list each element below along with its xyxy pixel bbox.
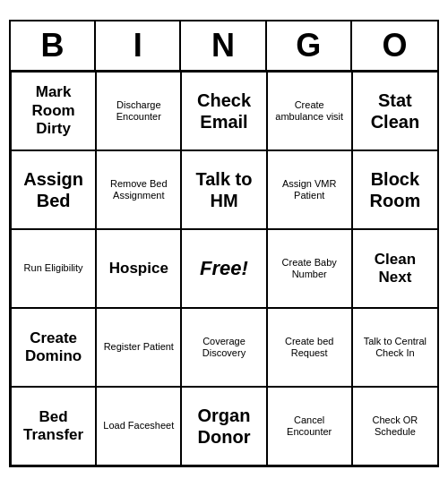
bingo-cell-text-0: Mark Room Dirty <box>15 83 91 138</box>
bingo-cell-text-16: Register Patient <box>104 341 174 353</box>
bingo-cell-text-4: Stat Clean <box>357 90 434 132</box>
bingo-cell-20: Bed Transfer <box>11 387 96 466</box>
bingo-card: BINGO Mark Room DirtyDischarge Encounter… <box>9 20 439 467</box>
bingo-cell-text-18: Create bed Request <box>271 336 348 359</box>
bingo-cell-21: Load Facesheet <box>96 387 181 466</box>
bingo-cell-text-3: Create ambulance visit <box>271 99 348 123</box>
bingo-cell-text-22: Organ Donor <box>185 405 262 448</box>
bingo-cell-24: Check OR Schedule <box>352 387 437 466</box>
bingo-cell-text-7: Talk to HM <box>185 168 262 211</box>
bingo-cell-1: Discharge Encounter <box>96 72 181 150</box>
bingo-cell-2: Check Email <box>181 72 266 150</box>
bingo-cell-text-1: Discharge Encounter <box>100 99 177 123</box>
bingo-header: BINGO <box>11 21 437 72</box>
bingo-cell-text-17: Coverage Discovery <box>185 336 262 359</box>
bingo-cell-19: Talk to Central Check In <box>352 308 437 387</box>
bingo-cell-6: Remove Bed Assignment <box>96 150 181 229</box>
bingo-cell-13: Create Baby Number <box>267 229 352 308</box>
bingo-cell-text-6: Remove Bed Assignment <box>100 178 177 201</box>
bingo-cell-23: Cancel Encounter <box>267 387 352 466</box>
bingo-cell-17: Coverage Discovery <box>181 308 266 387</box>
bingo-cell-text-23: Cancel Encounter <box>271 414 348 438</box>
bingo-cell-11: Hospice <box>96 229 181 308</box>
bingo-cell-16: Register Patient <box>96 308 181 387</box>
bingo-cell-text-8: Assign VMR Patient <box>271 178 348 201</box>
bingo-cell-text-12: Free! <box>200 257 248 280</box>
bingo-cell-text-15: Create Domino <box>15 329 91 366</box>
bingo-cell-15: Create Domino <box>11 308 96 387</box>
bingo-cell-text-10: Run Eligibility <box>24 262 83 274</box>
bingo-grid: Mark Room DirtyDischarge EncounterCheck … <box>11 72 437 466</box>
bingo-cell-22: Organ Donor <box>181 387 266 466</box>
bingo-cell-text-9: Block Room <box>357 168 434 211</box>
header-letter-n: N <box>181 21 266 70</box>
bingo-cell-text-2: Check Email <box>185 90 262 132</box>
bingo-cell-text-24: Check OR Schedule <box>357 414 434 438</box>
header-letter-i: I <box>96 21 181 70</box>
bingo-cell-text-20: Bed Transfer <box>15 408 91 445</box>
bingo-cell-10: Run Eligibility <box>11 229 96 308</box>
header-letter-o: O <box>352 21 437 70</box>
bingo-cell-text-11: Hospice <box>109 260 168 278</box>
bingo-cell-12: Free! <box>181 229 266 308</box>
bingo-cell-18: Create bed Request <box>267 308 352 387</box>
header-letter-b: B <box>11 21 96 70</box>
header-letter-g: G <box>267 21 352 70</box>
bingo-cell-text-13: Create Baby Number <box>271 257 348 280</box>
bingo-cell-0: Mark Room Dirty <box>11 72 96 150</box>
bingo-cell-3: Create ambulance visit <box>267 72 352 150</box>
bingo-cell-8: Assign VMR Patient <box>267 150 352 229</box>
bingo-cell-5: Assign Bed <box>11 150 96 229</box>
bingo-cell-4: Stat Clean <box>352 72 437 150</box>
bingo-cell-text-19: Talk to Central Check In <box>357 336 434 359</box>
bingo-cell-text-21: Load Facesheet <box>103 420 174 431</box>
bingo-cell-7: Talk to HM <box>181 150 266 229</box>
bingo-cell-9: Block Room <box>352 150 437 229</box>
bingo-cell-text-14: Clean Next <box>357 251 434 287</box>
bingo-cell-text-5: Assign Bed <box>15 168 91 211</box>
bingo-cell-14: Clean Next <box>352 229 437 308</box>
